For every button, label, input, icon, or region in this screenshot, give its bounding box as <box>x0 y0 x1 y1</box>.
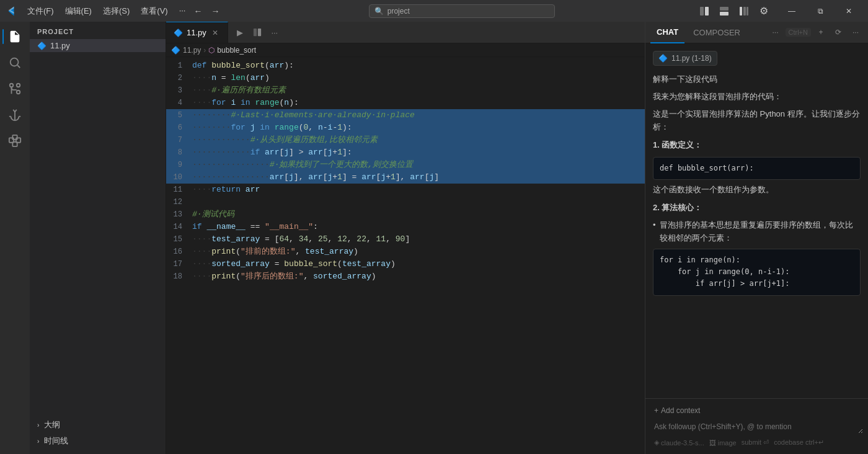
context-badge-text: 11.py (1-18) <box>671 54 712 63</box>
chat-overflow-icon[interactable]: ··· <box>848 25 863 40</box>
code-line-18: 18 ····print("排序后的数组:", sorted_array) <box>166 270 645 283</box>
chat-input-field[interactable] <box>650 420 863 434</box>
svg-point-7 <box>11 58 19 66</box>
plus-icon: + <box>654 406 658 415</box>
chat-tab-active[interactable]: CHAT <box>650 22 684 43</box>
code-line-3: 3 ····#·遍历所有数组元素 <box>166 84 645 97</box>
breadcrumb-symbol[interactable]: bubble_sort <box>217 46 256 55</box>
image-icon: 🖼 <box>709 439 716 447</box>
titlebar-icon-group: ⚙ <box>696 2 773 20</box>
nav-back[interactable]: ← <box>190 4 205 19</box>
file-badge-icon: 🔷 <box>658 54 668 63</box>
run-button[interactable]: ▶ <box>233 25 247 39</box>
add-context-label: Add context <box>661 406 700 415</box>
app-logo <box>5 5 17 17</box>
code-line-13: 13 #·测试代码 <box>166 208 645 221</box>
code-line-17: 17 ····sorted_array = bubble_sort(test_a… <box>166 258 645 270</box>
tab-file-icon: 🔷 <box>174 29 183 37</box>
svg-line-8 <box>17 65 20 68</box>
activity-git[interactable] <box>2 76 27 101</box>
sidebar-outline[interactable]: › 大纲 <box>37 417 158 433</box>
activity-extensions[interactable] <box>2 128 27 153</box>
svg-rect-5 <box>743 7 746 16</box>
editor-area: 🔷 11.py ✕ ▶ ··· 🔷 11.py › ⬡ bubble_sort <box>166 22 645 454</box>
layout3-icon[interactable] <box>735 2 753 20</box>
chat-tab-composer[interactable]: COMPOSER <box>687 22 746 43</box>
breadcrumb-file[interactable]: 🔷 <box>171 46 180 55</box>
sidebar-timeline[interactable]: › 时间线 <box>37 433 158 449</box>
code-line-1: 1 def bubble_sort(arr): <box>166 60 645 72</box>
chat-footer: ◈ claude-3.5-s... 🖼 image submit ⏎ codeb… <box>650 436 863 449</box>
activity-search[interactable] <box>2 50 27 75</box>
response-line1: 这是一个实现冒泡排序算法的 Python 程序。让我们逐步分析： <box>653 108 861 134</box>
layout-icon[interactable] <box>696 2 713 20</box>
add-context-button[interactable]: + Add context <box>650 404 704 417</box>
layout2-icon[interactable] <box>715 2 733 20</box>
close-button[interactable]: ✕ <box>835 0 863 22</box>
code-editor[interactable]: 1 def bubble_sort(arr): 2 ····n = len(ar… <box>166 57 645 454</box>
menu-view[interactable]: 查看(V) <box>136 4 172 18</box>
editor-tab-actions: ▶ ··· <box>228 22 645 43</box>
restore-button[interactable]: ⧉ <box>806 0 835 22</box>
code-line-14: 14 if __name__ == "__main__": <box>166 221 645 233</box>
svg-rect-2 <box>720 7 728 11</box>
tab-label: 11.py <box>187 28 206 37</box>
split-editor-button[interactable] <box>250 25 264 39</box>
code-line-12: 12 <box>166 196 645 208</box>
code-line-11: 11 ····return arr <box>166 184 645 196</box>
codebase-label: codebase ctrl+↵ <box>774 438 824 447</box>
editor-more-button[interactable]: ··· <box>268 25 281 39</box>
menu-edit[interactable]: 编辑(E) <box>60 4 97 18</box>
settings-icon[interactable]: ⚙ <box>755 2 773 20</box>
minimize-button[interactable]: — <box>777 0 806 22</box>
code-line-7: 7 ············#·从头到尾遍历数组,比较相邻元素 <box>166 134 645 146</box>
svg-rect-4 <box>740 7 742 16</box>
chat-context-badge: 🔷 11.py (1-18) <box>653 51 717 66</box>
tab-close-button[interactable]: ✕ <box>210 28 220 38</box>
titlebar-menus: 文件(F) 编辑(E) 选择(S) 查看(V) ··· <box>22 4 190 18</box>
sidebar-filename: 11.py <box>50 41 70 50</box>
titlebar-nav: ← → <box>190 4 223 19</box>
image-button[interactable]: 🖼 image <box>709 439 737 447</box>
editor-tabs: 🔷 11.py ✕ ▶ ··· <box>166 22 645 43</box>
code-line-8: 8 ············if arr[j] > arr[j+1]: <box>166 146 645 159</box>
breadcrumb-separator: › <box>203 46 206 55</box>
submit-label: submit ⏎ <box>742 438 769 447</box>
search-box[interactable]: 🔍 project <box>369 4 555 18</box>
breadcrumb-symbol-icon: ⬡ <box>208 46 215 55</box>
editor-tab-main[interactable]: 🔷 11.py ✕ <box>166 22 228 43</box>
bullet-point: • <box>653 219 656 245</box>
activity-explorer[interactable] <box>2 24 27 49</box>
window-controls: — ⧉ ✕ <box>777 0 863 22</box>
response-intro: 我来为您解释这段冒泡排序的代码： <box>653 91 861 104</box>
chat-ai-response: 我来为您解释这段冒泡排序的代码： 这是一个实现冒泡排序算法的 Python 程序… <box>653 91 861 300</box>
breadcrumb-filename[interactable]: 11.py <box>183 46 201 55</box>
sidebar-item-file[interactable]: 🔷 11.py <box>30 39 166 52</box>
menu-more[interactable]: ··· <box>174 4 191 18</box>
codebase-button[interactable]: codebase ctrl+↵ <box>774 438 824 447</box>
chat-shortcut-label: Ctrl+N <box>786 28 811 37</box>
search-icon: 🔍 <box>374 7 384 16</box>
model-icon: ◈ <box>654 438 659 447</box>
code-line-10: 10 ················arr[j], arr[j+1] = ar… <box>166 171 645 184</box>
chat-more-icon[interactable]: ··· <box>768 25 783 40</box>
svg-rect-0 <box>700 7 704 16</box>
code-line-15: 15 ····test_array = [64, 34, 25, 12, 22,… <box>166 233 645 246</box>
svg-point-10 <box>10 84 14 87</box>
outline-label: 大纲 <box>44 419 60 430</box>
svg-rect-17 <box>254 29 257 36</box>
chat-history-icon[interactable]: ⟳ <box>831 25 846 40</box>
submit-button[interactable]: submit ⏎ <box>742 438 769 447</box>
activity-debug[interactable] <box>2 102 27 127</box>
sidebar: PROJECT 🔷 11.py › 大纲 › 时间线 <box>30 22 166 454</box>
menu-file[interactable]: 文件(F) <box>22 4 59 18</box>
chat-input-area: + Add context ◈ claude-3.5-s... 🖼 image … <box>645 398 868 454</box>
chat-new-icon[interactable]: + <box>813 25 828 40</box>
nav-forward[interactable]: → <box>208 4 223 19</box>
bullet-text: 冒泡排序的基本思想是重复遍历要排序的数组，每次比较相邻的两个元素： <box>660 219 861 245</box>
chevron-right-icon2: › <box>37 438 39 445</box>
menu-select[interactable]: 选择(S) <box>98 4 135 18</box>
chat-panel: CHAT COMPOSER ··· Ctrl+N + ⟳ ··· 🔷 11.py… <box>645 22 868 454</box>
model-selector[interactable]: ◈ claude-3.5-s... <box>654 438 704 447</box>
titlebar: 文件(F) 编辑(E) 选择(S) 查看(V) ··· ← → 🔍 projec… <box>0 0 868 22</box>
